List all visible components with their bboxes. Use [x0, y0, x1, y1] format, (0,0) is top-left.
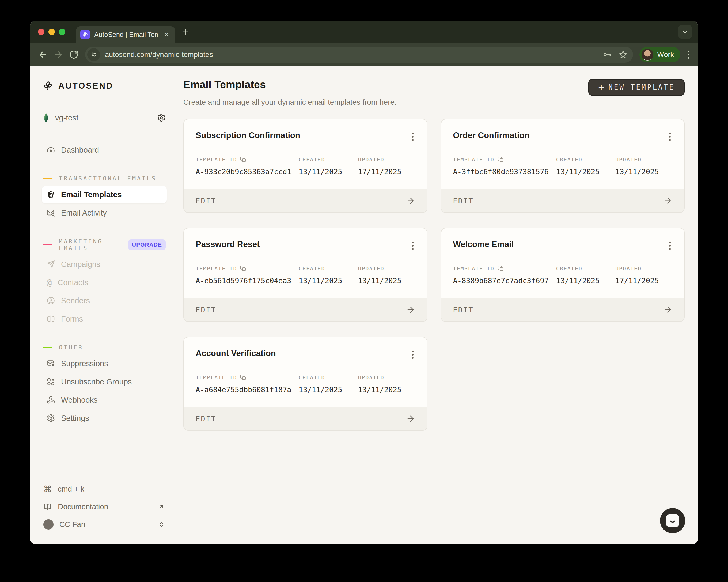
edit-label: EDIT [196, 197, 216, 205]
url-text[interactable]: autosend.com/dynamic-templates [105, 51, 596, 59]
command-icon: ⌘ [43, 485, 52, 494]
template-grid: Subscription Confirmation TEMPLATE ID A-… [183, 119, 685, 431]
sidebar-item-label: Unsubscribe Groups [61, 377, 162, 386]
updated-value: 13/11/2025 [358, 277, 415, 285]
updated-label: UPDATED [358, 265, 384, 272]
chevron-updown-icon [158, 521, 165, 528]
command-palette-shortcut[interactable]: ⌘ cmd + k [42, 481, 167, 497]
edit-button[interactable]: EDIT [184, 298, 427, 321]
sidebar-item-contacts[interactable]: @ Contacts [42, 274, 167, 291]
template-card: Welcome Email TEMPLATE ID A-8389b687e7c7… [441, 228, 685, 322]
browser-tab[interactable]: AutoSend | Email Templates ✕ [76, 26, 175, 43]
sidebar-item-label: Settings [61, 414, 162, 423]
autosend-favicon [80, 30, 90, 40]
zoom-window-button[interactable] [59, 29, 65, 35]
sidebar-item-dashboard[interactable]: Dashboard [42, 141, 167, 158]
card-menu-button[interactable] [664, 131, 672, 141]
card-menu-button[interactable] [664, 239, 672, 250]
back-button[interactable] [36, 48, 49, 61]
section-label: TRANSACTIONAL EMAILS [59, 175, 157, 182]
created-label: CREATED [556, 156, 582, 163]
card-menu-button[interactable] [407, 131, 415, 141]
site-settings-icon[interactable] [87, 48, 100, 61]
section-accent-dash [43, 244, 52, 246]
documentation-link[interactable]: Documentation [42, 499, 167, 514]
sidebar-item-label: Suppressions [61, 359, 162, 368]
address-bar[interactable]: autosend.com/dynamic-templates [85, 47, 633, 62]
workspace-name: vg-test [55, 113, 157, 122]
updated-label: UPDATED [358, 156, 384, 163]
brand: AUTOSEND [42, 80, 167, 92]
sidebar-item-suppressions[interactable]: Suppressions [42, 355, 167, 372]
card-body: Subscription Confirmation TEMPLATE ID A-… [184, 119, 427, 189]
main-content: Email Templates Create and manage all yo… [176, 67, 698, 544]
mail-x-icon [47, 359, 55, 368]
card-menu-button[interactable] [407, 239, 415, 250]
bookmark-star-icon[interactable] [619, 50, 628, 59]
unsubscribe-groups-icon [47, 377, 55, 386]
card-menu-button[interactable] [407, 349, 415, 359]
forward-button[interactable] [52, 48, 65, 61]
copy-icon[interactable] [498, 156, 504, 163]
created-value: 13/11/2025 [299, 277, 358, 285]
nav-transactional: Email Templates Email Activity [42, 186, 167, 221]
sidebar-item-label: Dashboard [61, 146, 162, 154]
sidebar-item-webhooks[interactable]: Webhooks [42, 391, 167, 408]
sidebar-item-senders[interactable]: Senders [42, 292, 167, 309]
upgrade-badge[interactable]: UPGRADE [128, 239, 166, 250]
new-tab-button[interactable]: + [182, 26, 189, 38]
password-key-icon[interactable] [602, 50, 612, 59]
browser-menu-button[interactable] [686, 51, 692, 59]
section-other: OTHER [43, 344, 166, 351]
edit-button[interactable]: EDIT [184, 189, 427, 212]
template-title: Subscription Confirmation [196, 131, 300, 140]
sidebar-item-email-templates[interactable]: Email Templates [42, 186, 167, 203]
edit-button[interactable]: EDIT [184, 407, 427, 430]
browser-window: AutoSend | Email Templates ✕ + [30, 21, 698, 544]
tab-close-icon[interactable]: ✕ [163, 31, 170, 38]
tab-strip: AutoSend | Email Templates ✕ + [30, 21, 698, 43]
copy-icon[interactable] [240, 374, 246, 381]
updated-label: UPDATED [615, 265, 642, 272]
close-window-button[interactable] [38, 29, 45, 35]
created-value: 13/11/2025 [299, 385, 358, 394]
edit-button[interactable]: EDIT [441, 298, 684, 321]
new-template-button[interactable]: + NEW TEMPLATE [588, 79, 685, 96]
sidebar-item-unsubscribe-groups[interactable]: Unsubscribe Groups [42, 373, 167, 390]
chat-widget-button[interactable] [660, 508, 685, 533]
reload-button[interactable] [68, 48, 80, 61]
account-switcher[interactable]: CC Fan [42, 517, 167, 532]
updated-value: 17/11/2025 [358, 168, 415, 176]
templates-icon [47, 191, 55, 199]
user-circle-icon [47, 296, 55, 305]
sidebar-item-campaigns[interactable]: Campaigns [42, 256, 167, 273]
sidebar-item-settings[interactable]: Settings [42, 410, 167, 427]
arrow-right-icon [663, 196, 672, 205]
sidebar-item-forms[interactable]: Forms [42, 310, 167, 327]
browser-profile-button[interactable]: Work [640, 47, 680, 62]
copy-icon[interactable] [240, 156, 246, 163]
template-id-value: A-eb561d5976f175c04ea3 [196, 277, 299, 285]
created-value: 13/11/2025 [299, 168, 358, 176]
minimize-window-button[interactable] [48, 29, 55, 35]
main-header: Email Templates Create and manage all yo… [183, 79, 685, 106]
sidebar-item-label: Email Activity [61, 208, 162, 218]
webhook-icon [47, 396, 55, 404]
copy-icon[interactable] [240, 265, 246, 272]
edit-button[interactable]: EDIT [441, 189, 684, 212]
template-title: Password Reset [196, 239, 260, 249]
template-id-label: TEMPLATE ID [196, 265, 237, 272]
template-title: Account Verification [196, 349, 276, 358]
workspace-switcher[interactable]: vg-test [42, 113, 167, 123]
at-sign-icon: @ [47, 278, 52, 287]
nav-marketing: Campaigns @ Contacts Senders [42, 256, 167, 327]
tab-search-chevron-button[interactable] [678, 25, 692, 39]
created-label: CREATED [299, 265, 325, 272]
copy-icon[interactable] [498, 265, 504, 272]
sidebar-item-email-activity[interactable]: Email Activity [42, 204, 167, 221]
workspace-settings-gear-icon[interactable] [157, 113, 166, 122]
book-icon [43, 503, 52, 511]
profile-avatar [642, 49, 653, 60]
account-avatar [43, 520, 54, 530]
arrow-right-icon [663, 305, 672, 314]
